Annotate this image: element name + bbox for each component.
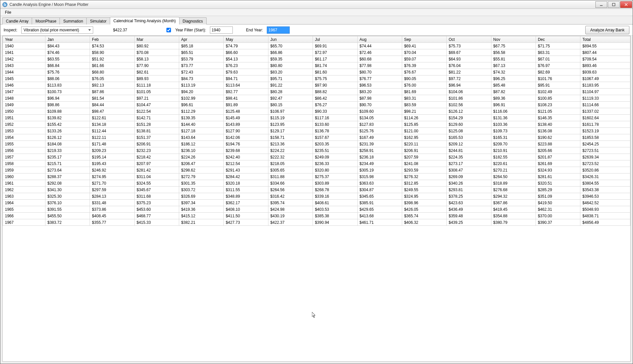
table-cell[interactable]: $2639.34	[580, 154, 630, 160]
table-cell[interactable]: $4838.71	[580, 213, 630, 219]
table-cell[interactable]: $79.63	[224, 69, 268, 75]
tab-candle-array[interactable]: Candle Array	[2, 17, 32, 25]
column-header[interactable]: Dec	[536, 36, 580, 43]
table-cell[interactable]: $90.05	[402, 75, 446, 82]
table-cell[interactable]: $133.60	[313, 121, 357, 128]
table-cell[interactable]: $92.13	[90, 82, 134, 89]
table-cell[interactable]: $90.33	[313, 108, 357, 115]
table-cell[interactable]: 1958	[3, 160, 45, 167]
table-cell[interactable]: $1523.19	[580, 128, 630, 134]
table-cell[interactable]: $340.26	[447, 180, 491, 187]
table-row[interactable]: 1952$155.42$134.18$151.28$144.40$143.89$…	[3, 121, 630, 128]
table-cell[interactable]: 1942	[3, 56, 45, 62]
menu-file[interactable]: File	[2, 9, 14, 15]
table-cell[interactable]: $284.42	[224, 174, 268, 180]
table-cell[interactable]: $76.00	[402, 82, 446, 89]
table-cell[interactable]: $116.06	[491, 108, 536, 115]
table-cell[interactable]: $94.71	[224, 75, 268, 82]
table-cell[interactable]: $103.36	[491, 121, 536, 128]
table-cell[interactable]: $406.32	[402, 219, 446, 226]
table-cell[interactable]: 1959	[3, 167, 45, 174]
table-cell[interactable]: $71.75	[536, 43, 580, 49]
table-cell[interactable]: $54.13	[224, 56, 268, 62]
table-row[interactable]: 1955$184.08$171.48$206.91$186.12$194.76$…	[3, 141, 630, 147]
table-cell[interactable]: $311.55	[224, 187, 268, 193]
table-cell[interactable]: $104.06	[447, 89, 491, 95]
table-cell[interactable]: $224.22	[268, 147, 313, 154]
table-cell[interactable]: $320.80	[313, 167, 357, 174]
table-cell[interactable]: $76.77	[357, 75, 402, 82]
table-cell[interactable]: $3426.31	[580, 174, 630, 180]
table-cell[interactable]: $422.37	[268, 219, 313, 226]
table-cell[interactable]: $373.86	[90, 206, 134, 213]
table-cell[interactable]: $126.12	[45, 134, 90, 141]
table-cell[interactable]: $113.64	[224, 82, 268, 89]
table-cell[interactable]: $101.05	[134, 89, 179, 95]
table-cell[interactable]: $363.63	[357, 180, 402, 187]
table-cell[interactable]: $264.56	[268, 187, 313, 193]
table-cell[interactable]: 1953	[3, 128, 45, 134]
table-cell[interactable]: $115.19	[268, 115, 313, 121]
table-cell[interactable]: $66.86	[268, 49, 313, 56]
table-cell[interactable]: $66.60	[224, 49, 268, 56]
table-cell[interactable]: $419.50	[536, 200, 580, 206]
column-header[interactable]: Year	[3, 36, 45, 43]
table-cell[interactable]: $61.17	[313, 56, 357, 62]
table-cell[interactable]: $80.28	[268, 89, 313, 95]
table-cell[interactable]: $385.91	[357, 200, 402, 206]
table-cell[interactable]: $281.61	[536, 174, 580, 180]
table-cell[interactable]: $70.08	[134, 49, 179, 56]
table-cell[interactable]: $215.71	[45, 160, 90, 167]
table-cell[interactable]: $326.69	[179, 193, 224, 200]
table-cell[interactable]: $86.42	[313, 95, 357, 102]
table-cell[interactable]: $4856.49	[580, 219, 630, 226]
table-row[interactable]: 1940$84.43$74.53$80.92$85.18$74.79$65.70…	[3, 43, 630, 49]
table-cell[interactable]: $274.95	[90, 174, 134, 180]
table-cell[interactable]: $210.91	[491, 147, 536, 154]
table-cell[interactable]: $331.48	[90, 200, 134, 206]
table-cell[interactable]: $80.92	[134, 43, 179, 49]
table-cell[interactable]: $76.39	[402, 62, 446, 69]
table-cell[interactable]: $56.58	[491, 49, 536, 56]
start-year-input[interactable]	[210, 26, 233, 34]
table-cell[interactable]: $117.16	[313, 115, 357, 121]
table-cell[interactable]: $125.85	[402, 121, 446, 128]
table-cell[interactable]: 1964	[3, 200, 45, 206]
table-cell[interactable]: $244.81	[447, 147, 491, 154]
table-cell[interactable]: $167.49	[357, 134, 402, 141]
table-cell[interactable]: $100.73	[45, 89, 90, 95]
table-cell[interactable]: $218.05	[268, 160, 313, 167]
table-cell[interactable]: $224.35	[447, 154, 491, 160]
table-cell[interactable]: $273.64	[45, 167, 90, 174]
table-cell[interactable]: $194.76	[224, 141, 268, 147]
table-cell[interactable]: $76.97	[536, 62, 580, 69]
table-cell[interactable]: $235.51	[313, 147, 357, 154]
table-cell[interactable]: $125.08	[447, 128, 491, 134]
table-cell[interactable]: $143.64	[179, 134, 224, 141]
table-cell[interactable]: 1947	[3, 89, 45, 95]
table-cell[interactable]: $242.40	[224, 154, 268, 160]
table-cell[interactable]: $397.34	[179, 200, 224, 206]
table-cell[interactable]: $87.86	[90, 89, 134, 95]
table-cell[interactable]: $126.12	[447, 108, 491, 115]
table-row[interactable]: 1960$288.37$274.95$311.04$272.79$284.42$…	[3, 174, 630, 180]
table-cell[interactable]: 1945	[3, 75, 45, 82]
table-cell[interactable]: $206.91	[402, 147, 446, 154]
table-cell[interactable]: $359.48	[447, 213, 491, 219]
table-cell[interactable]: 1954	[3, 134, 45, 141]
table-cell[interactable]: $151.37	[134, 134, 179, 141]
table-cell[interactable]: $74.46	[45, 49, 90, 56]
table-cell[interactable]: 1940	[3, 43, 45, 49]
table-cell[interactable]: $315.98	[357, 174, 402, 180]
table-cell[interactable]: $114.26	[402, 115, 446, 121]
table-cell[interactable]: 1951	[3, 115, 45, 121]
table-cell[interactable]: $82.61	[134, 69, 179, 75]
table-cell[interactable]: $136.08	[536, 128, 580, 134]
table-cell[interactable]: 1960	[3, 174, 45, 180]
table-cell[interactable]: $3520.86	[580, 167, 630, 174]
table-cell[interactable]: 1961	[3, 180, 45, 187]
table-cell[interactable]: 1962	[3, 187, 45, 193]
table-cell[interactable]: $136.78	[313, 128, 357, 134]
table-cell[interactable]: $80.80	[268, 62, 313, 69]
table-cell[interactable]: $3804.55	[580, 180, 630, 187]
